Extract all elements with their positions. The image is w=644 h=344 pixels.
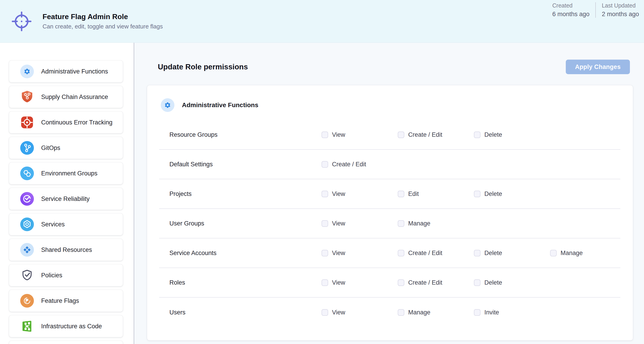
sidebar-item-label: Shared Resources bbox=[41, 246, 92, 253]
meta-last-updated: Last Updated 2 months ago bbox=[595, 2, 639, 18]
create-edit-checkbox[interactable] bbox=[398, 132, 404, 138]
permission-cell: View bbox=[322, 279, 398, 286]
invite-checkbox[interactable] bbox=[474, 309, 480, 316]
sidebar-item-label: Continuous Error Tracking bbox=[41, 119, 112, 126]
sidebar-item-label: Policies bbox=[41, 272, 62, 279]
meta-label: Created bbox=[552, 2, 590, 9]
permission-cell: Invite bbox=[474, 309, 550, 316]
permission-label[interactable]: View bbox=[332, 279, 345, 286]
modules-sidebar: Administrative Functions Supply Chain As… bbox=[0, 43, 134, 344]
section-header: Administrative Functions bbox=[147, 85, 633, 112]
permission-cell: Edit bbox=[398, 190, 474, 197]
permission-label[interactable]: Invite bbox=[484, 309, 499, 316]
sidebar-item-continuous-error-tracking[interactable]: Continuous Error Tracking bbox=[9, 112, 123, 133]
manage-checkbox[interactable] bbox=[398, 309, 404, 316]
create-edit-checkbox[interactable] bbox=[398, 250, 404, 256]
sidebar-item-service-reliability[interactable]: Service Reliability bbox=[9, 188, 123, 210]
permission-cell: Manage bbox=[550, 250, 620, 257]
permission-label[interactable]: Manage bbox=[408, 220, 430, 227]
delete-checkbox[interactable] bbox=[474, 250, 480, 256]
view-checkbox[interactable] bbox=[322, 250, 328, 256]
diamonds-icon bbox=[20, 242, 34, 257]
permission-label[interactable]: Delete bbox=[484, 250, 502, 257]
manage-checkbox[interactable] bbox=[398, 220, 404, 227]
sidebar-item-partial[interactable] bbox=[9, 341, 123, 344]
sidebar-item-policies[interactable]: Policies bbox=[9, 264, 123, 286]
permission-label[interactable]: View bbox=[332, 220, 345, 227]
sidebar-item-label: Supply Chain Assurance bbox=[41, 94, 108, 101]
reliability-check-icon bbox=[20, 192, 34, 206]
sidebar-item-label: Infrastructure as Code bbox=[41, 323, 102, 330]
delete-checkbox[interactable] bbox=[474, 132, 480, 138]
view-checkbox[interactable] bbox=[322, 191, 328, 197]
permission-label[interactable]: Delete bbox=[484, 190, 502, 197]
permission-cell: Manage bbox=[398, 220, 474, 227]
manage-checkbox[interactable] bbox=[550, 250, 557, 256]
edit-checkbox[interactable] bbox=[398, 191, 404, 197]
role-text: Feature Flag Admin Role Can create, edit… bbox=[42, 13, 163, 30]
permission-row-users: Users View Manage Invite bbox=[159, 297, 620, 327]
delete-checkbox[interactable] bbox=[474, 191, 480, 197]
sidebar-item-infrastructure-as-code[interactable]: Infrastructure as Code bbox=[9, 315, 123, 337]
sidebar-item-environment-groups[interactable]: Environment Groups bbox=[9, 162, 123, 184]
page: Feature Flag Admin Role Can create, edit… bbox=[0, 0, 644, 344]
create-edit-checkbox[interactable] bbox=[398, 279, 404, 286]
permission-label[interactable]: Delete bbox=[484, 131, 502, 138]
permission-cell: View bbox=[322, 250, 398, 257]
permissions-rows: Resource Groups View Create / Edit Delet… bbox=[159, 120, 620, 327]
resource-label: Default Settings bbox=[170, 161, 322, 168]
permissions-card: Administrative Functions Resource Groups… bbox=[147, 85, 633, 340]
sidebar-item-gitops[interactable]: GitOps bbox=[9, 137, 123, 159]
sidebar-item-feature-flags[interactable]: Feature Flags bbox=[9, 290, 123, 312]
view-checkbox[interactable] bbox=[322, 279, 328, 286]
permission-label[interactable]: View bbox=[332, 250, 345, 257]
permission-label[interactable]: Manage bbox=[408, 309, 430, 316]
section-title: Administrative Functions bbox=[182, 102, 258, 109]
role-header: Feature Flag Admin Role Can create, edit… bbox=[0, 0, 644, 43]
permission-cell: View bbox=[322, 190, 398, 197]
permission-label[interactable]: Manage bbox=[560, 250, 583, 257]
permission-label[interactable]: Create / Edit bbox=[408, 250, 442, 257]
meta-value: 2 months ago bbox=[602, 11, 639, 18]
permission-label[interactable]: Create / Edit bbox=[408, 279, 442, 286]
sidebar-item-label: Administrative Functions bbox=[41, 68, 108, 75]
git-branch-icon bbox=[20, 141, 34, 155]
apply-changes-button[interactable]: Apply Changes bbox=[566, 60, 630, 74]
permission-label[interactable]: Create / Edit bbox=[332, 161, 366, 168]
sidebar-item-supply-chain-assurance[interactable]: Supply Chain Assurance bbox=[9, 86, 123, 108]
resource-label: Projects bbox=[170, 190, 322, 197]
permission-label[interactable]: Create / Edit bbox=[408, 131, 442, 138]
target-square-icon bbox=[20, 115, 34, 130]
resource-label: Users bbox=[170, 309, 322, 316]
permission-cell: Delete bbox=[474, 250, 550, 257]
view-checkbox[interactable] bbox=[322, 220, 328, 227]
permission-cell: Create / Edit bbox=[398, 131, 474, 138]
view-checkbox[interactable] bbox=[322, 309, 328, 316]
flag-icon bbox=[20, 293, 34, 308]
permission-cell: Delete bbox=[474, 190, 550, 197]
permission-label[interactable]: View bbox=[332, 190, 345, 197]
sidebar-item-administrative-functions[interactable]: Administrative Functions bbox=[9, 61, 123, 82]
gear-icon bbox=[160, 98, 175, 112]
delete-checkbox[interactable] bbox=[474, 279, 480, 286]
role-title: Feature Flag Admin Role bbox=[42, 13, 163, 21]
permission-label[interactable]: Delete bbox=[484, 279, 502, 286]
permission-row-user-groups: User Groups View Manage bbox=[159, 209, 620, 238]
create-edit-checkbox[interactable] bbox=[322, 161, 328, 168]
resource-label: Service Accounts bbox=[170, 250, 322, 257]
permission-label[interactable]: View bbox=[332, 309, 345, 316]
permission-row-default-settings: Default Settings Create / Edit bbox=[159, 150, 620, 179]
permission-label[interactable]: View bbox=[332, 131, 345, 138]
view-checkbox[interactable] bbox=[322, 132, 328, 138]
permission-cell: Create / Edit bbox=[322, 161, 398, 168]
shield-graph-icon bbox=[20, 90, 34, 104]
permission-label[interactable]: Edit bbox=[408, 190, 419, 197]
meta-created: Created 6 months ago bbox=[552, 2, 590, 18]
sidebar-item-shared-resources[interactable]: Shared Resources bbox=[9, 239, 123, 261]
resource-label: User Groups bbox=[170, 220, 322, 227]
sidebar-item-services[interactable]: Services bbox=[9, 213, 123, 235]
resource-label: Roles bbox=[170, 279, 322, 286]
permission-cell: Create / Edit bbox=[398, 250, 474, 257]
meta-label: Last Updated bbox=[602, 2, 639, 9]
permission-cell: Manage bbox=[398, 309, 474, 316]
